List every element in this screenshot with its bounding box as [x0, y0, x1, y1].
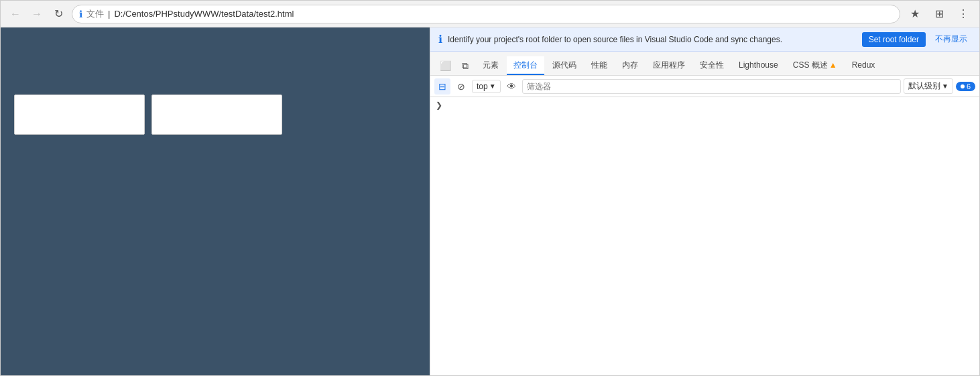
inspect-icon: ⧉ — [462, 60, 469, 72]
tab-sources-label: 源代码 — [552, 60, 576, 71]
filter-input[interactable] — [522, 79, 901, 94]
tab-elements[interactable]: 元素 — [476, 56, 505, 75]
dismiss-button[interactable]: 不再显示 — [931, 31, 971, 48]
tab-sources[interactable]: 源代码 — [546, 56, 583, 75]
context-selector[interactable]: top ▼ — [472, 80, 501, 93]
extensions-button[interactable]: ⊞ — [930, 5, 948, 23]
device-icon: ⬜ — [440, 60, 451, 71]
url-separator: | — [108, 9, 110, 19]
css-overview-warning-icon: ▲ — [829, 60, 837, 70]
issue-dot — [961, 84, 965, 88]
address-bar: ← → ↻ ℹ 文件 | D:/Centos/PHPstudyWWW/testD… — [1, 1, 979, 27]
forward-icon: → — [32, 8, 42, 20]
reload-icon: ↻ — [54, 7, 63, 20]
level-label: 默认级别 — [908, 80, 940, 92]
tab-security-label: 安全性 — [700, 60, 724, 71]
level-arrow-icon: ▼ — [942, 82, 948, 90]
devtools-tabs: ⬜ ⧉ 元素 控制台 源代码 性能 内存 — [430, 52, 979, 76]
reload-button[interactable]: ↻ — [50, 6, 66, 22]
info-banner-icon: ℹ — [438, 33, 442, 46]
tab-performance[interactable]: 性能 — [585, 56, 614, 75]
block-requests-button[interactable]: ⊘ — [453, 78, 469, 95]
preview-box-1 — [14, 95, 145, 135]
menu-button[interactable]: ⋮ — [954, 5, 973, 23]
log-level-selector[interactable]: 默认级别 ▼ — [904, 78, 953, 94]
issue-badge[interactable]: 6 — [956, 82, 975, 91]
set-root-button[interactable]: Set root folder — [862, 32, 926, 47]
tab-memory[interactable]: 内存 — [615, 56, 645, 75]
live-expressions-button[interactable]: 👁 — [503, 78, 519, 95]
tab-redux-label: Redux — [852, 60, 875, 70]
tab-elements-label: 元素 — [483, 60, 499, 71]
tab-security[interactable]: 安全性 — [693, 56, 731, 75]
devtools-panel: ℹ Identify your project's root folder to… — [430, 27, 979, 375]
block-icon: ⊘ — [457, 81, 465, 92]
inspect-icon-btn[interactable]: ⧉ — [456, 56, 475, 75]
info-banner: ℹ Identify your project's root folder to… — [430, 27, 979, 52]
preview-boxes — [1, 81, 430, 148]
tab-lighthouse-label: Lighthouse — [739, 60, 778, 70]
tab-lighthouse[interactable]: Lighthouse — [732, 56, 785, 75]
browser-window: ← → ↻ ℹ 文件 | D:/Centos/PHPstudyWWW/testD… — [0, 0, 980, 376]
star-button[interactable]: ★ — [906, 5, 924, 23]
tab-console-label: 控制台 — [513, 60, 538, 71]
preview-box-2 — [151, 95, 282, 135]
url-text: D:/Centos/PHPstudyWWW/testData/test2.htm… — [114, 9, 294, 19]
tab-memory-label: 内存 — [622, 60, 638, 71]
console-clear-button[interactable]: ⊟ — [434, 78, 450, 95]
clear-console-icon: ⊟ — [438, 81, 446, 92]
console-toolbar: ⊟ ⊘ top ▼ 👁 默认级别 ▼ — [430, 76, 979, 97]
file-label: 文件 — [86, 8, 104, 20]
main-area: ℹ Identify your project's root folder to… — [1, 27, 979, 375]
url-bar[interactable]: ℹ 文件 | D:/Centos/PHPstudyWWW/testData/te… — [72, 5, 900, 23]
eye-icon: 👁 — [507, 81, 516, 92]
back-button[interactable]: ← — [7, 6, 23, 22]
tab-application-label: 应用程序 — [653, 60, 685, 71]
info-banner-text: Identify your project's root folder to o… — [448, 35, 857, 44]
star-icon: ★ — [910, 7, 920, 20]
context-label: top — [477, 82, 488, 91]
console-content: ❯ — [430, 97, 979, 375]
tab-console[interactable]: 控制台 — [507, 56, 544, 75]
forward-button[interactable]: → — [29, 6, 45, 22]
menu-icon: ⋮ — [958, 7, 969, 20]
toolbar-icons: ★ ⊞ ⋮ — [906, 5, 973, 23]
issue-count: 6 — [967, 82, 971, 90]
tab-performance-label: 性能 — [591, 60, 607, 71]
tab-application[interactable]: 应用程序 — [646, 56, 692, 75]
device-toolbar-icon[interactable]: ⬜ — [436, 56, 454, 75]
tab-redux[interactable]: Redux — [845, 56, 882, 75]
console-expand-arrow[interactable]: ❯ — [436, 101, 442, 110]
tab-css-overview-label: CSS 概述 — [793, 60, 828, 71]
context-arrow-icon: ▼ — [489, 82, 496, 90]
back-icon: ← — [10, 8, 21, 20]
tab-css-overview[interactable]: CSS 概述 ▲ — [786, 56, 844, 75]
page-info-icon: ℹ — [79, 9, 82, 19]
page-preview — [1, 27, 430, 375]
extensions-icon: ⊞ — [935, 7, 944, 20]
